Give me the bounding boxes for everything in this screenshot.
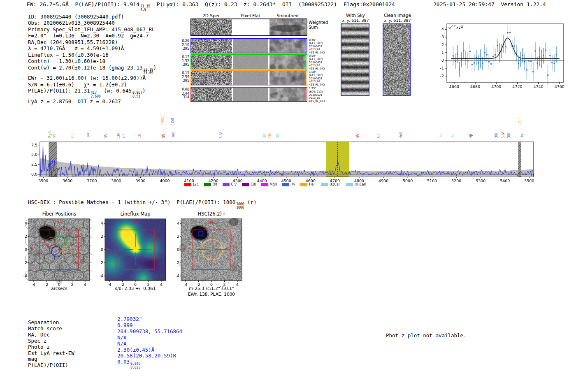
match-table-value: 20.58(20.58,20.59)R xyxy=(117,353,182,359)
cleanimage-title: Clean Image xyxy=(375,13,420,18)
legend-item-mgii: MgII xyxy=(261,183,277,186)
withsky-panel xyxy=(341,23,369,96)
text-segment: LyA z = 2.8750 OII z = 0.2637 xyxy=(28,98,121,104)
stacked-fraction: 0.8670.51 xyxy=(132,91,142,98)
info-line: Obs: 20200621v013_3008925440 xyxy=(28,20,156,26)
spec2d-strip-n2d xyxy=(191,71,232,85)
legend-swatch xyxy=(184,183,191,186)
spec2d-strip-smooth xyxy=(269,88,306,101)
match-table-label: Separation xyxy=(28,320,74,326)
fiber-row-id-labels: 0.46"(611, 387)20200621v013_01415_RL_042 xyxy=(309,39,330,55)
hsc-match-summary: HSC-DEX : Possible Matches = 1 (within +… xyxy=(28,199,257,210)
match-table-value: N/A xyxy=(117,341,182,347)
match-table-value: 0.999 xyxy=(117,322,182,329)
info-line: EWr = 32.00(±16.00) (w: 15.00(±2.90))Å xyxy=(28,75,156,81)
legend-item-civ: CIV xyxy=(223,183,237,186)
photz-unavailable-note: Phot z plot not available. xyxy=(386,332,467,339)
weighted-sum-label: Weighted Sum xyxy=(309,20,328,30)
weighted-sum-line1: Weighted xyxy=(309,20,328,25)
id-value: 415_RL_023 xyxy=(309,100,330,103)
text-segment: (r) xyxy=(244,199,256,205)
legend-label: (H)CaII xyxy=(355,183,366,186)
spec2d-strip-flat xyxy=(233,55,268,69)
id-value: 415_RL_042 xyxy=(309,84,330,87)
fiber-row-scale-labels: 0.262.10295 xyxy=(175,39,189,51)
match-table-value: 2.30(±0.45)Å xyxy=(117,347,182,353)
info-line: F=2.0" T=0.136 N=2.30 A=0.92 g=24.7 xyxy=(28,32,156,39)
match-table-labels: SeparationMatch scoreRA, DecSpec zPhoto … xyxy=(28,320,74,369)
hsc-cutout-image xyxy=(172,218,244,291)
scale-value: 2.10 xyxy=(175,43,189,47)
text-segment: ID: 3008925440 (3008925440.pdf) xyxy=(28,14,124,20)
fiber-cutout-row xyxy=(190,70,307,86)
legend-label: HeII xyxy=(309,183,316,186)
spec2d-strip-n2d xyxy=(191,55,232,69)
info-line: LyA z = 2.8750 OII z = 0.2637 xyxy=(28,98,156,104)
text-segment: Cont(w) = 2.70(±0.12)e-18 (gmag 23.13 xyxy=(28,65,142,71)
text-segment: N/A xyxy=(117,334,127,341)
scale-value: 295 xyxy=(175,63,189,67)
legend-item-ly: Lyα xyxy=(184,183,199,186)
fiber-row-scale-labels: 0.082.44314 xyxy=(175,88,189,100)
fiber-row-id-labels: 1.08"(611, 387)20200621v013_02415_RL_042 xyxy=(309,71,330,87)
legend-swatch xyxy=(282,183,289,186)
legend-item-oii: OII xyxy=(204,183,217,186)
spec2d-strip-flat xyxy=(233,39,268,53)
match-table-label: Spec z xyxy=(28,338,74,344)
text-segment: EW: 26.7±5.6Å P(LAE)/P(OII): 9.914 xyxy=(27,1,139,7)
match-table-value: 0.030.0460.022 xyxy=(117,359,182,369)
spec2d-strip-smooth xyxy=(269,55,306,69)
info-line: λ = 4710.76Å σ = 4.59(±1.09)Å xyxy=(28,45,156,51)
fiber-cutout-row xyxy=(190,54,307,70)
spectrum-legend: LyαOIICIVCIIIMgIIHγHeII(K)CaII(H)CaII xyxy=(184,183,366,186)
legend-label: Hγ xyxy=(291,183,295,186)
spec2d-strip-n2d xyxy=(191,39,232,53)
match-table-value: 204.909738, 55.716864 xyxy=(117,329,182,335)
text-segment: RA,Dec (204.908951,55.716228) xyxy=(28,39,118,45)
text-segment: 2.30(±0.45)Å xyxy=(117,347,154,353)
spec2d-header-pixelflat: Pixel Flat xyxy=(230,13,271,18)
emission-line-label-siiv: ( SiIV xyxy=(161,116,165,125)
stacked-fraction: 23.1823.09 xyxy=(143,68,153,75)
legend-label: (K)CaII xyxy=(330,183,341,186)
legend-label: CIV xyxy=(231,183,237,186)
fiber-row-id-labels: 0.99"(611, 387)20200621v013_03415_RL_042 xyxy=(309,55,330,71)
text-segment: 0.03 xyxy=(117,359,130,365)
scale-value: 0.08 xyxy=(175,88,189,92)
weighted-sum-row xyxy=(190,19,307,36)
spec2d-strip-flat xyxy=(233,71,268,85)
emission-line-label-oii: ( OII xyxy=(171,118,175,125)
line-fit-inset-plot xyxy=(428,20,568,96)
withsky-image xyxy=(341,24,369,95)
header-timestamp: 2025-01-25 20:59:47 Version 1.22.4 xyxy=(433,1,546,7)
info-line: RA,Dec (204.908951,55.716228) xyxy=(28,39,156,45)
fiber-row-scale-labels: 0.171.52295 xyxy=(175,55,189,67)
legend-item-h: Hγ xyxy=(282,183,295,186)
legend-swatch xyxy=(321,183,328,186)
fiber-cutout-row xyxy=(190,87,307,102)
text-segment: 20.58(20.58,20.59)R xyxy=(117,353,176,359)
info-line: S/N = 6.1(±0.6) χ² = 1.2(±0.2) xyxy=(28,81,156,88)
emission-line-labels: ( MgII( NV( SiII( Lyα( NV( CIV( SiII( CI… xyxy=(40,106,534,142)
scale-value: 2.44 xyxy=(175,92,189,96)
text-segment: (w: 0.645 xyxy=(101,88,132,94)
legend-swatch xyxy=(261,183,268,186)
info-line: LineFlux = 1.50(±0.30)e-16 xyxy=(28,52,156,58)
elixer-report-page: EW: 26.7±5.6Å P(LAE)/P(OII): 9.91421.154… xyxy=(0,0,576,392)
match-table-label: mag xyxy=(28,356,74,362)
stacked-fraction: 4172.608 xyxy=(91,91,101,98)
info-line: Cont(w) = 2.70(±0.12)e-18 (gmag 23.1323.… xyxy=(28,65,156,75)
weighted-sum-line2: Sum xyxy=(309,25,328,30)
text-segment: 0.999 xyxy=(117,322,133,328)
withsky-coords: x, y: 611, 387 xyxy=(333,18,378,23)
cleanimage-panel xyxy=(383,23,411,96)
match-table-label: Photo z xyxy=(28,344,74,350)
main-spectrum-plot xyxy=(25,138,551,187)
text-segment: P(LAE)/P(OII): 21.31 xyxy=(28,88,90,94)
scale-value: 295 xyxy=(175,47,189,51)
match-table-values: 2.79032"0.999204.909738, 55.716864N/AN/A… xyxy=(117,316,182,369)
fraction-bottom: 2.608 xyxy=(91,95,101,98)
text-segment: HSC-DEX : Possible Matches = 1 (within +… xyxy=(28,199,235,205)
cleanimage-coords: x, y: 611, 387 xyxy=(375,18,420,23)
scale-value: 0.17 xyxy=(175,55,189,59)
